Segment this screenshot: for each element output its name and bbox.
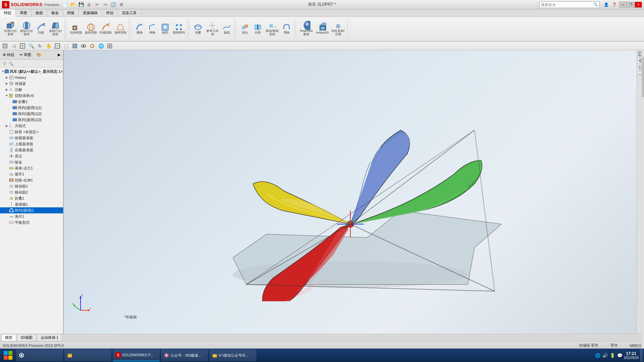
tree-item-move-face2[interactable]: 移动面2: [0, 189, 63, 195]
section-view-btn[interactable]: [54, 42, 61, 50]
tree-item-origin[interactable]: 原点: [0, 153, 63, 159]
panel-collapse-btn[interactable]: ▶: [55, 50, 63, 59]
open-btn[interactable]: 📂: [69, 1, 77, 8]
tree-item-move-face1[interactable]: 移动面1: [0, 183, 63, 189]
tree-item-equations[interactable]: ▶ Σ 方程式: [0, 123, 63, 129]
system-clock[interactable]: 17:21 2022/9/26: [624, 351, 639, 360]
tab-evaluate[interactable]: 评估: [102, 9, 118, 16]
tab-motion[interactable]: 运动算例 1: [37, 334, 62, 341]
tree-item-array3[interactable]: 阵列(圆周)1[3]: [0, 117, 63, 123]
undo-btn[interactable]: ↩: [94, 1, 101, 8]
tab-3d-view[interactable]: 3D视图: [17, 334, 36, 341]
combine-btn[interactable]: 组合: [239, 22, 251, 35]
tray-volume[interactable]: 🔊: [602, 353, 608, 358]
ref-geom-btn[interactable]: 参考几何体: [205, 21, 220, 37]
bend-btn[interactable]: 弯曲: [281, 22, 293, 35]
tree-item-unfold[interactable]: 展开1: [0, 171, 63, 177]
user-btn[interactable]: 👤: [602, 1, 610, 8]
tree-item-sheetmetal[interactable]: 钣金: [0, 159, 63, 165]
tab-direct-edit[interactable]: 直接编辑: [79, 9, 102, 16]
options-btn[interactable]: ⚙: [118, 1, 125, 8]
tray-battery[interactable]: 🔋: [610, 353, 615, 358]
tree-item-circular-pattern[interactable]: ▶ 阵列(圆周)1: [0, 207, 63, 213]
view-settings-btn[interactable]: [106, 42, 113, 50]
orient-btn[interactable]: [1, 42, 9, 50]
panel-tab-appearance[interactable]: 🎨: [34, 50, 44, 59]
search-input[interactable]: [541, 3, 593, 7]
shell-btn[interactable]: 抽壳: [159, 22, 171, 35]
instant3d-btn[interactable]: 3D Instant3D: [315, 22, 330, 35]
hide-show-btn[interactable]: [80, 42, 87, 50]
panel-tab-sketch[interactable]: ✏ 草图: [17, 50, 34, 59]
tree-item-fold1[interactable]: 折叠1: [0, 99, 63, 105]
new-btn[interactable]: 📄: [61, 1, 69, 8]
taskbar-explorer[interactable]: [64, 349, 111, 361]
help-btn[interactable]: ❓: [610, 1, 618, 8]
wrap-btn[interactable]: 包覆: [192, 22, 204, 35]
prev-view-btn[interactable]: ◁: [10, 42, 17, 50]
tab-model[interactable]: 模型: [1, 334, 16, 341]
tree-item-fold1b[interactable]: 折叠1: [0, 195, 63, 201]
rebuild-btn[interactable]: 🔄: [110, 1, 117, 8]
tab-weldment[interactable]: 焊接: [63, 9, 79, 16]
tree-item-array1[interactable]: 阵列(圆周)1[1]: [0, 105, 63, 111]
taskbar-folder[interactable]: H:\微信公众号\0...: [209, 349, 256, 361]
wireframe-btn[interactable]: ⬚: [62, 42, 70, 50]
save-btn[interactable]: 💾: [78, 1, 85, 8]
tree-item-cutlist[interactable]: ▼ 切割清单(4): [0, 93, 63, 99]
filter-btn[interactable]: ▽: [1, 61, 7, 67]
special-tool-btn[interactable]: ⊕ 特征名称/注释: [331, 21, 346, 37]
tab-sheetmetal[interactable]: 钣金: [47, 9, 63, 16]
tray-notification[interactable]: 💬: [617, 353, 623, 358]
panel-tab-features[interactable]: ⚙ 特征: [0, 50, 17, 59]
viewport-3d[interactable]: Z X Y *等轴测: [64, 50, 637, 334]
tree-item-front-plane[interactable]: 前视基准面: [0, 135, 63, 141]
tree-item-cut-extrude[interactable]: 切除-拉伸1: [0, 177, 63, 183]
close-btn[interactable]: ✕: [635, 2, 642, 8]
tree-item-flat-pattern[interactable]: 平板型式: [0, 219, 63, 225]
pan-btn[interactable]: ✋: [45, 42, 52, 50]
move-body-btn[interactable]: → 移动/复制实体: [264, 21, 280, 37]
revolve-boss-btn[interactable]: 旋转凸台/基体: [19, 21, 34, 37]
start-button[interactable]: [1, 349, 15, 361]
taskbar-solidworks[interactable]: S SOLIDWORKS P...: [113, 349, 160, 361]
display-style-btn[interactable]: [71, 42, 79, 50]
show-desktop-btn[interactable]: [640, 349, 643, 361]
search-box[interactable]: 🔍: [539, 1, 600, 8]
sweep-cut-btn[interactable]: 扫描切除: [99, 22, 113, 35]
tree-item-surface[interactable]: 海片1: [0, 213, 63, 219]
search-tree-btn[interactable]: 🔍: [8, 61, 14, 67]
extrude-boss-btn[interactable]: 拉伸凸台/基体: [3, 21, 18, 37]
restore-btn[interactable]: ❐: [627, 2, 634, 8]
sweep-boss-btn[interactable]: 扫描: [35, 22, 47, 35]
minimize-btn[interactable]: —: [619, 2, 627, 8]
print-btn[interactable]: 🖨: [86, 1, 93, 8]
tab-sketch[interactable]: 草图: [16, 9, 32, 16]
loft-cut-btn[interactable]: 放样切割: [113, 22, 128, 35]
tree-root[interactable]: ▼ 风车 (默认<<默认>_显示状态 1>): [0, 68, 63, 74]
curve-btn[interactable]: 曲线: [221, 22, 233, 35]
tree-item-base-flange[interactable]: 基体-法兰1: [0, 165, 63, 171]
redo-btn[interactable]: ↪: [102, 1, 109, 8]
edit-appear-btn[interactable]: [89, 42, 96, 50]
zoom-fit-btn[interactable]: [19, 42, 26, 50]
split-btn[interactable]: 分割: [252, 22, 264, 35]
fillet-btn[interactable]: 圆角: [134, 22, 146, 35]
tree-item-top-plane[interactable]: 上视基准面: [0, 141, 63, 147]
tray-network[interactable]: 🌐: [595, 353, 600, 358]
tree-item-material[interactable]: 材质 <未指定>: [0, 129, 63, 135]
tree-item-array2[interactable]: 阵列(圆周)1[2]: [0, 111, 63, 117]
scene-btn[interactable]: 🌐: [97, 42, 105, 50]
extrude-cut-btn[interactable]: 拉伸切除: [69, 22, 83, 35]
zoom-select-btn[interactable]: 🔍: [28, 42, 35, 50]
tab-render[interactable]: 渲染工具: [118, 9, 141, 16]
tree-item-axis[interactable]: 基准轴1: [0, 201, 63, 207]
rotate-btn[interactable]: ↻: [36, 42, 44, 50]
chamfer-btn[interactable]: 倒角: [146, 22, 158, 35]
loft-boss-btn[interactable]: 放样凸台/基体: [48, 21, 63, 37]
revolve-cut-btn[interactable]: 旋转切除: [84, 22, 98, 35]
taskbar-cortana[interactable]: [16, 349, 63, 361]
tab-surface[interactable]: 曲面: [32, 9, 47, 16]
realview-btn[interactable]: RealView图形: [299, 21, 314, 37]
tree-item-annotations[interactable]: ▶ A 注解: [0, 87, 63, 93]
